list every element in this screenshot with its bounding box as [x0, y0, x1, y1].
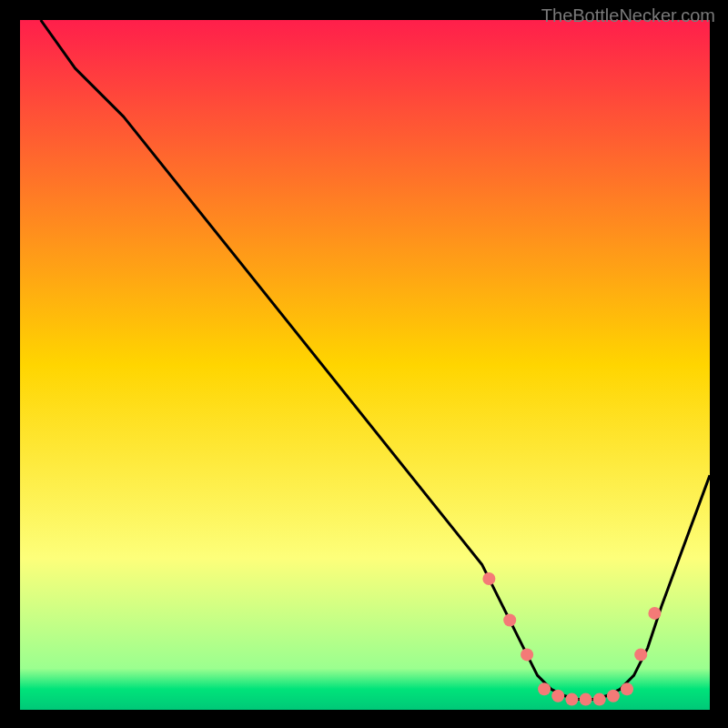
data-point — [538, 682, 551, 695]
data-point — [482, 572, 495, 585]
plot-area — [20, 20, 710, 710]
data-point — [551, 690, 564, 703]
chart-container: TheBottleNecker.com — [0, 0, 728, 728]
watermark-text: TheBottleNecker.com — [541, 5, 715, 26]
data-point — [521, 648, 533, 661]
data-point — [607, 690, 620, 703]
data-point — [648, 607, 661, 620]
data-point — [503, 614, 516, 627]
data-point — [580, 693, 592, 706]
data-point — [565, 693, 578, 706]
gradient-background — [20, 20, 710, 710]
data-point — [593, 693, 606, 706]
data-point — [634, 648, 647, 661]
chart-svg — [20, 20, 710, 710]
data-point — [621, 682, 633, 695]
